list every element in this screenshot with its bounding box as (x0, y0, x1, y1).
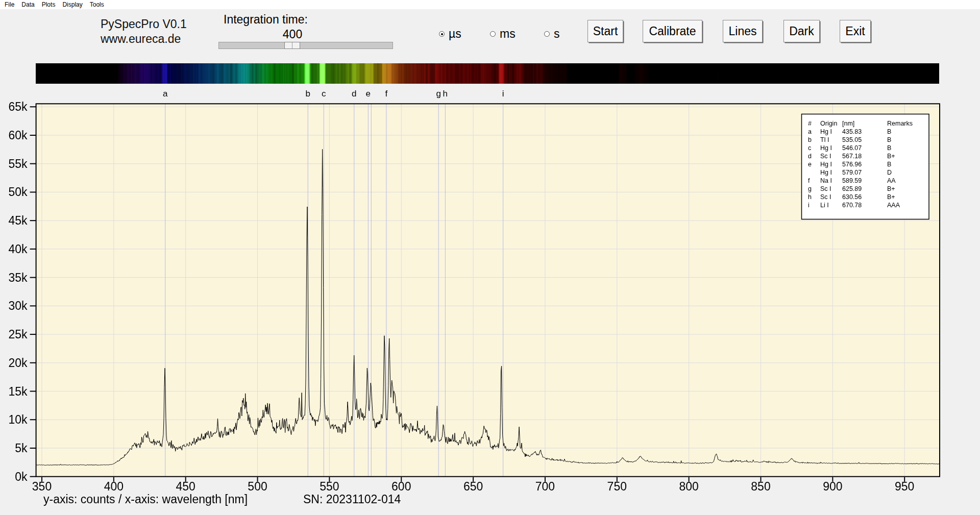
legend-cell: i (808, 202, 810, 209)
legend-cell: 630.56 (842, 193, 862, 201)
x-tick-label: 900 (823, 480, 842, 493)
legend-cell: Hg I (820, 144, 832, 152)
y-tick-label: 20k (9, 356, 28, 370)
x-tick-label: 650 (463, 480, 483, 493)
colorbar-line-letter: a (163, 89, 168, 99)
colorbar-line-letter: d (352, 89, 356, 99)
x-tick-label: 400 (104, 480, 124, 493)
y-tick-label: 65k (9, 100, 28, 113)
legend-cell: b (808, 136, 812, 143)
legend-cell: B (887, 136, 891, 143)
y-tick-label: 25k (9, 328, 28, 341)
legend-cell: 567.18 (842, 153, 862, 160)
y-tick-label: 55k (9, 157, 28, 170)
y-tick-label: 15k (9, 385, 28, 398)
axes-caption: y-axis: counts / x-axis: wavelength [nm] (43, 493, 248, 506)
legend-cell: B+ (887, 193, 895, 201)
legend-cell: e (808, 161, 812, 168)
legend-cell: Na I (820, 177, 832, 184)
y-tick-label: 35k (9, 271, 28, 284)
x-tick-label: 600 (391, 480, 411, 493)
legend-cell: Sc I (820, 185, 831, 192)
legend-cell: AAA (887, 202, 900, 209)
y-tick-label: 10k (9, 413, 28, 426)
x-tick-label: 800 (679, 480, 698, 493)
y-tick-label: 60k (9, 129, 28, 142)
x-tick-label: 350 (32, 480, 52, 493)
legend-cell: D (887, 169, 892, 176)
legend-cell: Tl I (820, 136, 829, 143)
y-tick-label: 45k (9, 214, 28, 227)
legend-cell: 435.83 (842, 128, 862, 135)
legend-cell: h (808, 193, 812, 201)
spectrum-plot: 3504004505005506006507007508008509009500… (0, 0, 980, 515)
legend-cell: B (887, 144, 891, 152)
x-tick-label: 750 (607, 480, 627, 493)
legend-cell: B+ (887, 153, 895, 160)
legend-cell: AA (887, 177, 896, 184)
legend-cell: 579.07 (842, 169, 862, 176)
x-tick-label: 450 (176, 480, 195, 493)
x-tick-label: 950 (895, 480, 914, 493)
legend-cell: g (808, 185, 812, 192)
colorbar-line-letter: h (443, 89, 448, 99)
colorbar-line-letter: b (306, 89, 310, 99)
y-tick-label: 50k (9, 185, 28, 199)
colorbar-line-letter: c (322, 89, 326, 99)
legend-cell: Li I (820, 202, 829, 209)
legend-cell: Hg I (820, 169, 832, 176)
serial-number: SN: 20231102-014 (303, 493, 401, 506)
legend-cell: 535.05 (842, 136, 862, 143)
legend-header: Origin (820, 120, 837, 127)
x-tick-label: 550 (320, 480, 339, 493)
colorbar-line-letter: i (502, 89, 504, 99)
legend-cell: Hg I (820, 128, 832, 135)
legend-cell: d (808, 153, 812, 160)
legend-cell: Hg I (820, 161, 832, 168)
legend-cell: a (808, 128, 812, 135)
colorbar-line-letter: e (366, 89, 371, 99)
y-tick-label: 30k (9, 299, 28, 312)
legend-cell: c (808, 144, 811, 152)
x-tick-label: 700 (535, 480, 555, 493)
y-tick-label: 0k (15, 470, 28, 483)
colorbar-line-letter: f (385, 89, 388, 99)
legend-cell: 625.89 (842, 185, 862, 192)
legend-header: [nm] (842, 120, 854, 127)
x-tick-label: 500 (248, 480, 267, 493)
legend-cell: Sc I (820, 193, 831, 201)
y-tick-label: 40k (9, 242, 28, 256)
pyspecpro-window: {"window":{"menu":["File","Data","Plots"… (0, 0, 980, 515)
legend-header: # (808, 120, 812, 127)
legend-cell: 576.96 (842, 161, 862, 168)
x-tick-label: 850 (751, 480, 770, 493)
colorbar-line-letter: g (436, 89, 440, 99)
legend-header: Remarks (887, 120, 913, 127)
legend-cell: B (887, 128, 891, 135)
legend-cell: f (808, 177, 810, 184)
legend-cell: B (887, 161, 891, 168)
legend-cell: B+ (887, 185, 895, 192)
legend-cell: 546.07 (842, 144, 862, 152)
y-tick-label: 5k (15, 442, 28, 455)
legend-cell: 589.59 (842, 177, 862, 184)
legend-cell: Sc I (820, 153, 831, 160)
legend-cell: 670.78 (842, 202, 862, 209)
